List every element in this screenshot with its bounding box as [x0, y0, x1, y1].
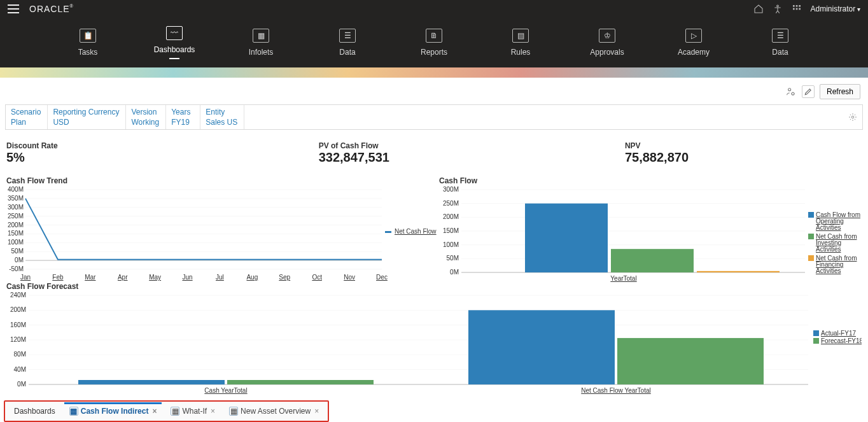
svg-text:Dec: Dec: [376, 274, 388, 281]
svg-rect-6: [799, 8, 801, 10]
tab-cash-flow-indirect[interactable]: ▦ Cash Flow Indirect ×: [64, 402, 162, 418]
tab-dashboards-home[interactable]: Dashboards: [9, 404, 60, 418]
user-pref-icon[interactable]: [784, 85, 797, 98]
tab-icon: ▦: [229, 407, 238, 416]
svg-text:Jul: Jul: [216, 274, 224, 281]
svg-rect-1: [793, 5, 795, 7]
kpi-pv-cash-flow: PV of Cash Flow 332,847,531: [319, 141, 389, 165]
edit-icon[interactable]: [802, 85, 815, 98]
pov-years[interactable]: YearsFY19: [166, 105, 200, 129]
close-icon[interactable]: ×: [211, 407, 215, 416]
topbar: ORACLE® Administrator: [0, 0, 868, 18]
tasks-icon: 📋: [80, 29, 96, 43]
nav-rules[interactable]: ▤Rules: [496, 29, 545, 57]
svg-text:50M: 50M: [11, 248, 24, 255]
nav-row: 📋Tasks 〰Dashboards ▦Infolets ☰Data 🗎Repo…: [0, 18, 868, 67]
legend-op[interactable]: Cash Flow fromOperatingActivities: [816, 211, 860, 231]
bottom-tabs: Dashboards ▦ Cash Flow Indirect × ▦ What…: [4, 400, 329, 422]
nav-tasks[interactable]: 📋Tasks: [63, 29, 113, 57]
pov-entity[interactable]: EntitySales US: [200, 105, 244, 129]
svg-text:120M: 120M: [10, 336, 26, 343]
close-icon[interactable]: ×: [314, 407, 319, 416]
x-label-netcashflow-yeartotal: Net Cash Flow YearTotal: [581, 387, 651, 394]
svg-text:Sep: Sep: [279, 274, 290, 281]
svg-text:Mar: Mar: [85, 274, 96, 281]
svg-rect-63: [808, 234, 814, 239]
svg-text:Aug: Aug: [246, 274, 258, 281]
chart-title: Cash Flow Forecast: [6, 282, 862, 291]
svg-rect-82: [468, 310, 615, 384]
nav-dashboards[interactable]: 〰Dashboards: [150, 26, 199, 59]
x-label-yeartotal: YearTotal: [610, 275, 636, 282]
pov-settings-icon[interactable]: [847, 111, 858, 123]
svg-rect-61: [697, 271, 780, 272]
svg-text:400M: 400M: [8, 186, 24, 193]
svg-rect-5: [795, 8, 797, 10]
legend-inv[interactable]: Net Cash fromInvestingActivities: [816, 233, 857, 253]
tab-icon: ▦: [171, 407, 179, 416]
refresh-button[interactable]: Refresh: [820, 84, 860, 99]
svg-text:80M: 80M: [14, 351, 26, 358]
svg-text:100M: 100M: [443, 241, 459, 248]
svg-rect-83: [617, 338, 764, 384]
legend-fin[interactable]: Net Cash fromFinancingActivities: [816, 255, 857, 274]
svg-text:50M: 50M: [447, 255, 459, 262]
svg-text:200M: 200M: [10, 306, 26, 313]
academy-icon: ▷: [685, 29, 702, 43]
svg-text:40M: 40M: [14, 366, 26, 373]
svg-rect-2: [795, 5, 797, 7]
line-chart-svg: -50M0M50M100M150M200M250M300M350M400M Ja…: [6, 186, 439, 282]
legend-actual[interactable]: Actual-FY17: [821, 330, 856, 337]
close-icon[interactable]: ×: [152, 407, 157, 416]
kpi-discount-rate: Discount Rate 5%: [6, 141, 58, 165]
nav-data2[interactable]: ☰Data: [755, 29, 805, 57]
nav-academy[interactable]: ▷Academy: [669, 29, 718, 57]
svg-rect-81: [227, 380, 374, 384]
menu-icon[interactable]: [8, 4, 19, 13]
tab-icon: ▦: [69, 407, 78, 416]
svg-text:250M: 250M: [8, 213, 24, 220]
svg-text:-50M: -50M: [9, 265, 24, 272]
infolets-icon: ▦: [253, 29, 269, 43]
chart-cash-flow-forecast: Cash Flow Forecast 0M40M80M120M160M200M2…: [6, 282, 862, 394]
forecast-chart-svg: 0M40M80M120M160M200M240M Cash YearTotal …: [6, 292, 862, 394]
svg-text:250M: 250M: [443, 200, 459, 207]
dashboards-icon: 〰: [166, 26, 183, 40]
svg-text:0M: 0M: [450, 269, 459, 276]
home-icon[interactable]: [753, 4, 764, 14]
svg-rect-59: [525, 204, 608, 272]
oracle-logo: ORACLE®: [29, 4, 74, 14]
bar-chart-svg: 0M50M100M150M200M250M300M YearTotal Cash…: [439, 186, 865, 282]
svg-rect-85: [813, 338, 819, 344]
svg-text:100M: 100M: [8, 239, 24, 246]
tab-new-asset-overview[interactable]: ▦ New Asset Overview ×: [224, 404, 324, 418]
svg-point-9: [851, 116, 854, 118]
legend-forecast[interactable]: Forecast-FY18: [821, 337, 862, 344]
chart-cash-flow: Cash Flow 0M50M100M150M200M250M300M Year…: [439, 176, 865, 282]
nav-infolets[interactable]: ▦Infolets: [236, 29, 286, 57]
svg-text:Feb: Feb: [52, 274, 64, 281]
accessibility-icon[interactable]: [773, 4, 783, 14]
svg-text:350M: 350M: [8, 195, 24, 202]
nav-reports[interactable]: 🗎Reports: [409, 29, 459, 57]
svg-text:0M: 0M: [17, 381, 26, 388]
svg-text:Oct: Oct: [312, 274, 322, 281]
svg-text:Jun: Jun: [182, 274, 192, 281]
nav-data[interactable]: ☰Data: [323, 29, 372, 57]
nav-approvals[interactable]: ♔Approvals: [582, 29, 632, 57]
tab-what-if[interactable]: ▦ What-If ×: [165, 404, 220, 418]
user-menu[interactable]: Administrator: [811, 4, 860, 13]
svg-rect-64: [808, 255, 814, 261]
pov-version[interactable]: VersionWorking: [126, 105, 166, 129]
legend-net-cash-flow[interactable]: Net Cash Flow: [395, 228, 437, 235]
svg-rect-60: [611, 249, 694, 272]
action-toolbar: Refresh: [0, 78, 868, 104]
pov-reporting-currency[interactable]: Reporting CurrencyUSD: [48, 105, 126, 129]
svg-text:300M: 300M: [443, 186, 459, 193]
pov-scenario[interactable]: ScenarioPlan: [6, 105, 48, 129]
apps-icon[interactable]: [792, 4, 802, 14]
svg-text:160M: 160M: [10, 321, 26, 328]
kpi-row: Discount Rate 5% PV of Cash Flow 332,847…: [6, 141, 862, 165]
svg-rect-43: [385, 231, 391, 233]
svg-point-0: [776, 5, 778, 7]
